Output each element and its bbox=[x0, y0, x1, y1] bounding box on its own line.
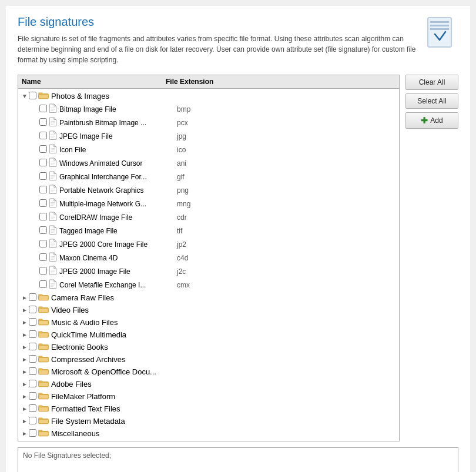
file-checkbox[interactable] bbox=[39, 105, 47, 112]
file-checkbox[interactable] bbox=[39, 118, 47, 126]
file-checkbox[interactable] bbox=[39, 226, 47, 234]
category-row[interactable]: ▼ Photos & Images bbox=[18, 90, 399, 102]
category-checkbox[interactable] bbox=[29, 404, 36, 412]
category-checkbox[interactable] bbox=[29, 318, 36, 326]
category-checkbox[interactable] bbox=[29, 355, 36, 363]
header-section: File signatures File signature is set of… bbox=[18, 15, 458, 65]
category-checkbox[interactable] bbox=[29, 330, 36, 338]
category-row[interactable]: ► FileMaker Platform bbox=[18, 390, 399, 403]
file-item-row[interactable]: JPEG Image Filejpg bbox=[18, 129, 399, 143]
file-item-row[interactable]: Maxon Cinema 4Dc4d bbox=[18, 251, 399, 265]
add-button[interactable]: ✚ Add bbox=[405, 112, 458, 129]
toggle-arrow[interactable]: ► bbox=[21, 356, 29, 363]
file-checkbox[interactable] bbox=[39, 159, 47, 166]
file-ext: j2c bbox=[177, 267, 212, 276]
file-ext: c4d bbox=[177, 254, 212, 262]
category-row[interactable]: ► Electronic Books bbox=[18, 341, 399, 353]
toggle-arrow[interactable]: ► bbox=[21, 406, 29, 412]
file-label: Multiple-image Network G... bbox=[59, 200, 177, 208]
file-checkbox[interactable] bbox=[39, 199, 47, 207]
file-checkbox[interactable] bbox=[39, 280, 47, 288]
category-row[interactable]: ► Camera Raw Files bbox=[18, 292, 399, 304]
tree-body: ▼ Photos & Images Bitmap Image Filebmp P… bbox=[18, 89, 399, 441]
file-label: Portable Network Graphics bbox=[59, 186, 177, 195]
file-item-row[interactable]: Tagged Image Filetif bbox=[18, 224, 399, 237]
file-checkbox[interactable] bbox=[39, 240, 47, 247]
category-checkbox[interactable] bbox=[29, 92, 36, 99]
category-checkbox[interactable] bbox=[29, 380, 36, 387]
category-row[interactable]: ► QuickTime Multimedia bbox=[18, 329, 399, 341]
category-row[interactable]: ► File System Metadata bbox=[18, 415, 399, 427]
toggle-arrow[interactable]: ► bbox=[21, 418, 29, 424]
toggle-arrow[interactable]: ► bbox=[21, 381, 29, 387]
category-checkbox[interactable] bbox=[29, 417, 36, 424]
category-row[interactable]: ► Compressed Archives bbox=[18, 353, 399, 366]
file-ext: jpg bbox=[177, 132, 212, 140]
file-item-row[interactable]: Bitmap Image Filebmp bbox=[18, 102, 399, 116]
category-checkbox[interactable] bbox=[29, 429, 36, 437]
toggle-arrow[interactable]: ► bbox=[21, 294, 29, 301]
file-icon bbox=[49, 144, 59, 155]
category-checkbox[interactable] bbox=[29, 392, 36, 400]
file-item-row[interactable]: Portable Network Graphicspng bbox=[18, 183, 399, 197]
file-ext: gif bbox=[177, 173, 212, 181]
file-icon bbox=[49, 117, 59, 128]
folder-icon bbox=[38, 404, 51, 414]
file-label: JPEG Image File bbox=[59, 132, 177, 140]
file-checkbox[interactable] bbox=[39, 213, 47, 220]
folder-icon bbox=[38, 354, 51, 364]
category-row[interactable]: ► Microsoft & OpenOffice Docu... bbox=[18, 366, 399, 378]
category-checkbox[interactable] bbox=[29, 367, 36, 375]
category-checkbox[interactable] bbox=[29, 343, 36, 350]
file-item-row[interactable]: Multiple-image Network G...mng bbox=[18, 197, 399, 210]
file-label: Tagged Image File bbox=[59, 227, 177, 235]
file-item-row[interactable]: JPEG 2000 Image Filej2c bbox=[18, 265, 399, 278]
category-row[interactable]: ► Music & Audio Files bbox=[18, 316, 399, 329]
file-checkbox[interactable] bbox=[39, 132, 47, 139]
toggle-arrow[interactable]: ► bbox=[21, 307, 29, 313]
file-icon bbox=[49, 212, 59, 223]
toggle-arrow[interactable]: ► bbox=[21, 393, 29, 400]
select-all-button[interactable]: Select All bbox=[405, 93, 458, 109]
file-item-row[interactable]: CorelDRAW Image Filecdr bbox=[18, 210, 399, 224]
file-label: Bitmap Image File bbox=[59, 105, 177, 113]
file-checkbox[interactable] bbox=[39, 145, 47, 153]
header-text: File signatures File signature is set of… bbox=[18, 15, 417, 65]
category-label: Electronic Books bbox=[51, 343, 169, 352]
page-title: File signatures bbox=[18, 15, 417, 29]
file-checkbox[interactable] bbox=[39, 186, 47, 193]
category-row[interactable]: ► Miscellaneous bbox=[18, 427, 399, 440]
toggle-arrow[interactable]: ► bbox=[21, 344, 29, 350]
category-row[interactable]: ► Adobe Files bbox=[18, 378, 399, 390]
file-ext: ani bbox=[177, 159, 212, 168]
folder-icon bbox=[38, 416, 51, 426]
toggle-arrow[interactable]: ▼ bbox=[21, 93, 29, 99]
category-label: Compressed Archives bbox=[51, 355, 169, 364]
toggle-arrow[interactable]: ► bbox=[21, 430, 29, 437]
file-item-row[interactable]: Corel Metafile Exchange I...cmx bbox=[18, 278, 399, 292]
file-checkbox[interactable] bbox=[39, 172, 47, 180]
toggle-arrow[interactable]: ► bbox=[21, 369, 29, 375]
file-item-row[interactable]: Paintbrush Bitmap Image ...pcx bbox=[18, 116, 399, 129]
file-item-row[interactable]: Icon Fileico bbox=[18, 143, 399, 156]
file-icon bbox=[49, 252, 59, 263]
folder-icon bbox=[38, 391, 51, 401]
file-item-row[interactable]: Windows Animated Cursorani bbox=[18, 156, 399, 170]
file-icon bbox=[49, 266, 59, 277]
plus-icon: ✚ bbox=[421, 116, 428, 125]
category-checkbox[interactable] bbox=[29, 306, 36, 313]
col-name: Name bbox=[22, 78, 166, 86]
file-checkbox[interactable] bbox=[39, 253, 47, 261]
file-icon bbox=[49, 198, 59, 209]
file-checkbox[interactable] bbox=[39, 267, 47, 275]
file-label: Paintbrush Bitmap Image ... bbox=[59, 119, 177, 127]
file-item-row[interactable]: Graphical Interchange For...gif bbox=[18, 170, 399, 183]
file-item-row[interactable]: JPEG 2000 Core Image Filejp2 bbox=[18, 237, 399, 251]
tree-panel[interactable]: Name File Extension ▼ Photos & Images Bi… bbox=[18, 75, 400, 441]
toggle-arrow[interactable]: ► bbox=[21, 319, 29, 326]
category-row[interactable]: ► Video Files bbox=[18, 304, 399, 316]
category-row[interactable]: ► Formatted Text Files bbox=[18, 403, 399, 415]
category-checkbox[interactable] bbox=[29, 293, 36, 301]
clear-all-button[interactable]: Clear All bbox=[405, 75, 458, 90]
toggle-arrow[interactable]: ► bbox=[21, 332, 29, 338]
